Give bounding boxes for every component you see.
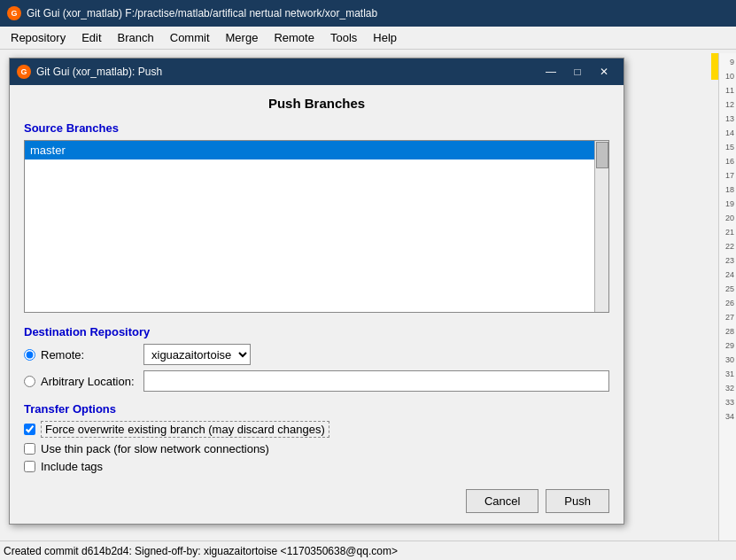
destination-label: Destination Repository [24, 325, 609, 338]
status-bar: Created commit d614b2d4: Signed-off-by: … [0, 541, 736, 560]
thin-pack-label: Use thin pack (for slow network connecti… [41, 442, 269, 455]
bg-menubar: Repository Edit Branch Commit Merge Remo… [0, 27, 736, 50]
menu-tools[interactable]: Tools [323, 28, 364, 47]
arbitrary-input[interactable] [143, 370, 609, 392]
menu-edit[interactable]: Edit [74, 28, 108, 47]
include-tags-row: Include tags [24, 460, 609, 473]
menu-help[interactable]: Help [366, 28, 404, 47]
menu-branch[interactable]: Branch [111, 28, 161, 47]
button-row: Cancel Push [24, 486, 609, 513]
push-dialog: G Git Gui (xor_matlab): Push — □ ✕ Push … [9, 58, 624, 525]
scrollbar-thumb[interactable] [596, 142, 608, 168]
transfer-section: Transfer Options Force overwrite existin… [24, 402, 609, 473]
dialog-title-left: G Git Gui (xor_matlab): Push [17, 65, 162, 79]
branch-master[interactable]: master [25, 141, 608, 159]
destination-section: Destination Repository Remote: xiguazait… [24, 325, 609, 392]
force-overwrite-row: Force overwrite existing branch (may dis… [24, 421, 609, 438]
remote-select[interactable]: xiguazaitortoise [143, 344, 251, 365]
minimize-button[interactable]: — [538, 62, 563, 82]
menu-remote[interactable]: Remote [267, 28, 322, 47]
dialog-content: Push Branches Source Branches master Des… [10, 85, 624, 524]
close-button[interactable]: ✕ [592, 62, 616, 82]
thin-pack-row: Use thin pack (for slow network connecti… [24, 442, 609, 455]
remote-row: Remote: xiguazaitortoise [24, 344, 609, 365]
maximize-button[interactable]: □ [565, 62, 590, 82]
ruler-numbers: 9101112131415161718192021222324252627282… [719, 53, 736, 425]
arbitrary-row: Arbitrary Location: [24, 370, 609, 392]
include-tags-checkbox[interactable] [24, 461, 35, 472]
include-tags-label: Include tags [41, 460, 103, 473]
dialog-window-controls: — □ ✕ [538, 62, 616, 82]
menu-repository[interactable]: Repository [4, 28, 73, 47]
status-text: Created commit d614b2d4: Signed-off-by: … [4, 545, 398, 557]
transfer-label: Transfer Options [24, 402, 609, 416]
menu-merge[interactable]: Merge [219, 28, 266, 47]
remote-dropdown-wrapper: xiguazaitortoise [143, 344, 251, 365]
force-overwrite-checkbox[interactable] [24, 424, 35, 435]
source-branches-list[interactable]: master [24, 140, 609, 313]
cancel-button[interactable]: Cancel [466, 489, 538, 513]
arbitrary-label: Arbitrary Location: [41, 375, 138, 388]
remote-radio[interactable] [24, 349, 35, 361]
thin-pack-checkbox[interactable] [24, 443, 35, 455]
list-scrollbar[interactable] [594, 141, 608, 312]
force-overwrite-label: Force overwrite existing branch (may dis… [41, 421, 329, 438]
bg-title: Git Gui (xor_matlab) F:/practise/matlab/… [27, 7, 377, 19]
arbitrary-radio[interactable] [24, 376, 35, 387]
app-icon: G [7, 6, 21, 20]
bg-titlebar: G Git Gui (xor_matlab) F:/practise/matla… [0, 0, 736, 27]
dialog-title: Git Gui (xor_matlab): Push [36, 66, 162, 78]
dialog-titlebar: G Git Gui (xor_matlab): Push — □ ✕ [10, 58, 624, 85]
source-branches-label: Source Branches [24, 121, 609, 135]
remote-label: Remote: [41, 348, 138, 362]
menu-commit[interactable]: Commit [163, 28, 217, 47]
dialog-app-icon: G [17, 65, 31, 79]
push-button[interactable]: Push [546, 489, 609, 513]
yellow-accent-bar [711, 53, 718, 80]
ruler: 9101112131415161718192021222324252627282… [718, 53, 736, 560]
dialog-heading: Push Branches [24, 96, 609, 111]
